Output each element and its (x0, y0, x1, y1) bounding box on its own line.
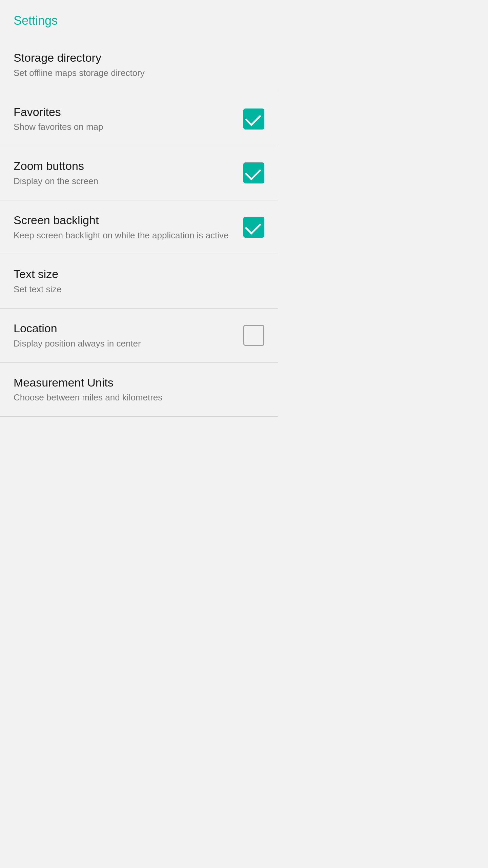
settings-item-screen-backlight[interactable]: Screen backlight Keep screen backlight o… (0, 200, 278, 255)
settings-item-title-storage-directory: Storage directory (14, 51, 258, 65)
settings-item-title-screen-backlight: Screen backlight (14, 213, 237, 227)
settings-item-subtitle-zoom-buttons: Display on the screen (14, 176, 237, 187)
settings-list: Storage directory Set offline maps stora… (0, 38, 278, 417)
settings-item-storage-directory[interactable]: Storage directory Set offline maps stora… (0, 38, 278, 92)
settings-item-zoom-buttons[interactable]: Zoom buttons Display on the screen (0, 146, 278, 200)
settings-item-location[interactable]: Location Display position always in cent… (0, 309, 278, 363)
settings-item-text: Zoom buttons Display on the screen (14, 159, 243, 187)
settings-item-text: Screen backlight Keep screen backlight o… (14, 213, 243, 241)
settings-item-subtitle-favorites: Show favorites on map (14, 121, 237, 133)
settings-item-text: Measurement Units Choose between miles a… (14, 376, 264, 404)
settings-item-subtitle-screen-backlight: Keep screen backlight on while the appli… (14, 230, 237, 241)
settings-item-title-measurement-units: Measurement Units (14, 376, 258, 390)
settings-item-title-zoom-buttons: Zoom buttons (14, 159, 237, 173)
screen-backlight-checkbox[interactable] (243, 217, 264, 238)
favorites-checkbox[interactable] (243, 108, 264, 130)
settings-item-title-location: Location (14, 321, 237, 335)
settings-item-measurement-units[interactable]: Measurement Units Choose between miles a… (0, 363, 278, 417)
page-title: Settings (0, 0, 278, 38)
settings-item-text: Text size Set text size (14, 267, 264, 295)
settings-item-subtitle-location: Display position always in center (14, 338, 237, 350)
zoom-buttons-checkbox[interactable] (243, 162, 264, 183)
location-checkbox[interactable] (243, 325, 264, 346)
settings-item-subtitle-measurement-units: Choose between miles and kilometres (14, 392, 258, 403)
settings-item-text: Storage directory Set offline maps stora… (14, 51, 264, 79)
settings-item-subtitle-text-size: Set text size (14, 284, 258, 295)
settings-item-text-size[interactable]: Text size Set text size (0, 254, 278, 309)
settings-item-favorites[interactable]: Favorites Show favorites on map (0, 92, 278, 146)
settings-item-title-favorites: Favorites (14, 105, 237, 119)
settings-item-title-text-size: Text size (14, 267, 258, 281)
settings-item-text: Favorites Show favorites on map (14, 105, 243, 133)
settings-item-text: Location Display position always in cent… (14, 321, 243, 350)
settings-item-subtitle-storage-directory: Set offline maps storage directory (14, 67, 258, 79)
